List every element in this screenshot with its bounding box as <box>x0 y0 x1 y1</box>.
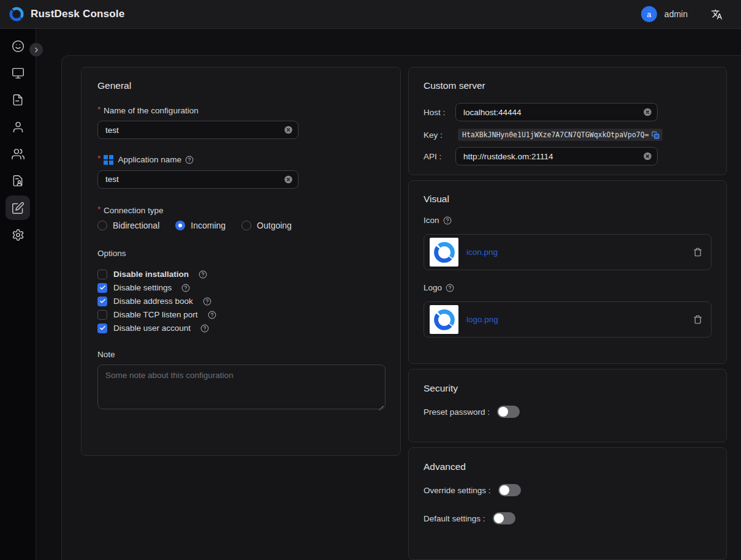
config-name-input[interactable] <box>97 121 298 139</box>
clear-icon[interactable] <box>284 126 293 135</box>
general-card: General * Name of the configuration * <box>81 67 401 456</box>
username-label[interactable]: admin <box>664 9 688 19</box>
sidebar-item-settings[interactable] <box>0 221 36 248</box>
header-right: a admin <box>641 6 732 22</box>
edit-icon <box>6 195 30 220</box>
clear-icon[interactable] <box>284 175 293 184</box>
radio-bidirectional[interactable]: Bidirectional <box>97 221 159 230</box>
default-settings-label: Default settings : <box>424 514 485 523</box>
clear-icon[interactable] <box>643 152 652 161</box>
radio-outgoing[interactable]: Outgoing <box>241 221 292 230</box>
security-title: Security <box>424 383 712 394</box>
sidebar-item-address-books[interactable] <box>0 167 36 194</box>
users-icon <box>6 142 30 166</box>
document-user-icon <box>6 168 30 193</box>
default-settings-toggle[interactable] <box>493 512 515 524</box>
icon-filename-link[interactable]: icon.png <box>466 248 498 257</box>
checkbox-checked[interactable] <box>97 324 107 333</box>
logo-filename-link[interactable]: logo.png <box>466 315 498 324</box>
icon-thumbnail <box>430 238 458 267</box>
connection-type-group: Bidirectional Incoming Outgoing <box>97 221 384 230</box>
security-card: Security Preset password : <box>408 369 727 442</box>
copy-icon[interactable] <box>652 131 659 139</box>
help-icon[interactable] <box>185 156 194 164</box>
sidebar-nav <box>0 29 36 560</box>
help-icon[interactable] <box>203 297 211 306</box>
options-label: Options <box>97 249 384 258</box>
app-name-input[interactable] <box>97 170 298 189</box>
api-label: API : <box>424 152 455 161</box>
help-icon[interactable] <box>446 284 454 292</box>
logo-thumbnail <box>430 305 458 334</box>
sidebar-item-custom-clients[interactable] <box>0 194 36 221</box>
toggle-knob <box>498 407 508 417</box>
checkbox-checked[interactable] <box>97 297 107 306</box>
checkbox-unchecked[interactable] <box>97 270 107 279</box>
key-value: HtaXBkJNHyn0e1U1jWXze7A7CN7QTGWqxkOtpaVp… <box>462 131 649 139</box>
brand: RustDesk Console <box>9 6 124 22</box>
host-label: Host : <box>424 108 455 117</box>
required-asterisk: * <box>97 205 101 214</box>
trash-icon[interactable] <box>693 248 702 257</box>
user-avatar[interactable]: a <box>641 6 657 22</box>
user-icon <box>6 115 30 139</box>
rustdesk-logo-icon <box>433 241 456 264</box>
help-icon[interactable] <box>443 216 452 225</box>
note-label: Note <box>97 350 384 359</box>
preset-password-toggle[interactable] <box>497 406 520 418</box>
required-asterisk: * <box>97 105 101 114</box>
content-area: General * Name of the configuration * <box>37 29 741 560</box>
override-settings-toggle[interactable] <box>498 484 521 496</box>
option-disable-settings: Disable settings <box>97 281 384 295</box>
help-icon[interactable] <box>181 284 190 292</box>
rustdesk-logo-icon <box>433 308 456 331</box>
icon-label: Icon <box>424 216 712 225</box>
visual-card: Visual Icon icon.png <box>408 180 727 364</box>
radio-incoming[interactable]: Incoming <box>175 221 226 230</box>
api-input[interactable] <box>455 147 658 165</box>
main-panel: General * Name of the configuration * <box>61 55 741 560</box>
required-asterisk: * <box>97 154 101 163</box>
key-value-box: HtaXBkJNHyn0e1U1jWXze7A7CN7QTGWqxkOtpaVp… <box>458 129 663 141</box>
app-title: RustDesk Console <box>31 8 124 20</box>
trash-icon[interactable] <box>693 315 702 324</box>
radio-circle <box>175 221 185 230</box>
help-icon[interactable] <box>199 270 207 279</box>
custom-server-title: Custom server <box>424 80 712 91</box>
key-label: Key : <box>424 131 455 140</box>
top-bar: RustDesk Console a admin <box>0 0 741 29</box>
checkbox-unchecked[interactable] <box>97 310 107 320</box>
radio-circle <box>97 221 107 230</box>
toggle-knob <box>494 513 504 523</box>
option-disable-user-account: Disable user account <box>97 322 384 335</box>
option-disable-address-book: Disable address book <box>97 295 384 308</box>
sidebar-item-groups[interactable] <box>0 140 36 167</box>
help-icon[interactable] <box>200 324 209 333</box>
gear-icon <box>6 222 30 247</box>
help-icon[interactable] <box>208 311 216 319</box>
clear-icon[interactable] <box>643 108 652 117</box>
visual-title: Visual <box>424 194 712 205</box>
smiley-icon <box>6 34 30 58</box>
note-textarea[interactable] <box>97 365 386 409</box>
config-name-label: * Name of the configuration <box>97 106 384 115</box>
checkbox-checked[interactable] <box>97 283 107 293</box>
host-input[interactable] <box>455 103 658 121</box>
custom-server-card: Custom server Host : Key : HtaXBkJNHyn0e… <box>408 67 727 175</box>
logo-label: Logo <box>424 283 712 292</box>
document-icon <box>6 88 30 112</box>
sidebar-collapse-button[interactable] <box>29 43 43 56</box>
icon-upload-row: icon.png <box>424 234 712 270</box>
connection-type-label: * Connection type <box>97 206 384 215</box>
toggle-knob <box>500 485 509 495</box>
sidebar-item-users[interactable] <box>0 113 36 140</box>
logo-upload-row: logo.png <box>424 301 712 338</box>
radio-circle <box>241 221 251 230</box>
app-name-label: * Application name <box>97 155 384 165</box>
rustdesk-console-app: RustDesk Console a admin <box>0 0 741 560</box>
sidebar-item-logs[interactable] <box>0 86 36 113</box>
translate-icon[interactable] <box>711 9 723 20</box>
sidebar-item-devices[interactable] <box>0 59 36 86</box>
preset-password-label: Preset password : <box>424 407 490 417</box>
monitor-icon <box>6 61 30 85</box>
